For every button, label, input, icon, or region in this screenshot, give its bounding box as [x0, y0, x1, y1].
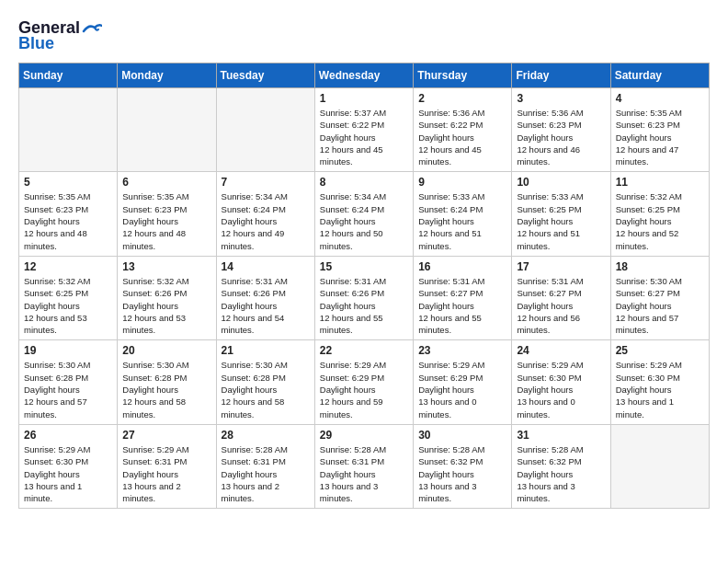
day-info: Sunrise: 5:37 AMSunset: 6:22 PMDaylight … [320, 107, 408, 167]
calendar-day-cell: 27Sunrise: 5:29 AMSunset: 6:31 PMDayligh… [118, 424, 216, 508]
day-info: Sunrise: 5:35 AMSunset: 6:23 PMDaylight … [24, 190, 112, 251]
calendar-day-cell: 28Sunrise: 5:28 AMSunset: 6:31 PMDayligh… [216, 424, 314, 508]
weekday-header-thursday: Thursday [414, 63, 512, 88]
day-info: Sunrise: 5:32 AMSunset: 6:26 PMDaylight … [122, 275, 210, 336]
calendar-day-cell: 29Sunrise: 5:28 AMSunset: 6:31 PMDayligh… [314, 424, 413, 508]
calendar-day-cell: 8Sunrise: 5:34 AMSunset: 6:24 PMDaylight… [314, 172, 413, 256]
day-info: Sunrise: 5:28 AMSunset: 6:32 PMDaylight … [517, 443, 605, 504]
day-number: 16 [418, 260, 506, 273]
day-number: 22 [320, 344, 408, 357]
calendar-day-cell: 31Sunrise: 5:28 AMSunset: 6:32 PMDayligh… [512, 424, 610, 508]
calendar-day-cell: 24Sunrise: 5:29 AMSunset: 6:30 PMDayligh… [512, 340, 610, 424]
day-number: 14 [222, 260, 310, 273]
day-info: Sunrise: 5:31 AMSunset: 6:27 PMDaylight … [418, 275, 506, 336]
calendar-day-cell: 2Sunrise: 5:36 AMSunset: 6:22 PMDaylight… [414, 88, 512, 172]
calendar-day-cell: 20Sunrise: 5:30 AMSunset: 6:28 PMDayligh… [118, 340, 216, 424]
page-header: General Blue [18, 18, 710, 53]
day-number: 23 [418, 344, 506, 357]
calendar-week-row: 12Sunrise: 5:32 AMSunset: 6:25 PMDayligh… [19, 256, 710, 339]
day-number: 6 [122, 176, 210, 189]
day-info: Sunrise: 5:32 AMSunset: 6:25 PMDaylight … [616, 190, 704, 251]
calendar-day-cell: 1Sunrise: 5:37 AMSunset: 6:22 PMDaylight… [314, 88, 413, 172]
calendar-day-cell: 22Sunrise: 5:29 AMSunset: 6:29 PMDayligh… [314, 340, 413, 424]
calendar-day-cell: 21Sunrise: 5:30 AMSunset: 6:28 PMDayligh… [216, 340, 314, 424]
day-info: Sunrise: 5:30 AMSunset: 6:28 PMDaylight … [24, 359, 112, 419]
calendar-day-cell: 5Sunrise: 5:35 AMSunset: 6:23 PMDaylight… [19, 172, 118, 256]
weekday-header-sunday: Sunday [19, 63, 118, 88]
day-number: 21 [222, 344, 310, 357]
calendar-day-cell: 3Sunrise: 5:36 AMSunset: 6:23 PMDaylight… [512, 88, 610, 172]
day-number: 27 [122, 429, 210, 442]
day-number: 5 [24, 176, 112, 189]
weekday-header-monday: Monday [118, 63, 216, 88]
day-number: 20 [122, 344, 210, 357]
day-info: Sunrise: 5:35 AMSunset: 6:23 PMDaylight … [122, 190, 210, 251]
day-info: Sunrise: 5:33 AMSunset: 6:25 PMDaylight … [517, 190, 605, 251]
day-number: 18 [616, 260, 704, 273]
day-info: Sunrise: 5:31 AMSunset: 6:26 PMDaylight … [222, 275, 310, 336]
logo-blue-text: Blue [18, 34, 54, 53]
day-info: Sunrise: 5:29 AMSunset: 6:30 PMDaylight … [616, 359, 704, 419]
day-number: 26 [24, 429, 112, 442]
calendar-day-cell: 12Sunrise: 5:32 AMSunset: 6:25 PMDayligh… [19, 256, 118, 339]
calendar-week-row: 26Sunrise: 5:29 AMSunset: 6:30 PMDayligh… [19, 424, 710, 508]
day-number: 17 [517, 260, 605, 273]
day-number: 19 [24, 344, 112, 357]
day-info: Sunrise: 5:31 AMSunset: 6:26 PMDaylight … [320, 275, 408, 336]
day-info: Sunrise: 5:31 AMSunset: 6:27 PMDaylight … [517, 275, 605, 336]
day-number: 13 [122, 260, 210, 273]
calendar-week-row: 1Sunrise: 5:37 AMSunset: 6:22 PMDaylight… [19, 88, 710, 172]
calendar-day-cell: 10Sunrise: 5:33 AMSunset: 6:25 PMDayligh… [512, 172, 610, 256]
calendar-week-row: 5Sunrise: 5:35 AMSunset: 6:23 PMDaylight… [19, 172, 710, 256]
calendar-day-cell: 19Sunrise: 5:30 AMSunset: 6:28 PMDayligh… [19, 340, 118, 424]
day-number: 30 [418, 429, 506, 442]
day-info: Sunrise: 5:33 AMSunset: 6:24 PMDaylight … [418, 190, 506, 251]
logo-bird-icon [82, 22, 102, 35]
day-info: Sunrise: 5:36 AMSunset: 6:22 PMDaylight … [418, 107, 506, 167]
day-number: 8 [320, 176, 408, 189]
day-number: 4 [616, 92, 704, 105]
day-number: 28 [222, 429, 310, 442]
day-number: 7 [222, 176, 310, 189]
calendar-day-cell: 9Sunrise: 5:33 AMSunset: 6:24 PMDaylight… [414, 172, 512, 256]
day-info: Sunrise: 5:28 AMSunset: 6:31 PMDaylight … [222, 443, 310, 504]
weekday-header-tuesday: Tuesday [216, 63, 314, 88]
day-info: Sunrise: 5:28 AMSunset: 6:32 PMDaylight … [418, 443, 506, 504]
calendar-day-cell: 7Sunrise: 5:34 AMSunset: 6:24 PMDaylight… [216, 172, 314, 256]
day-info: Sunrise: 5:36 AMSunset: 6:23 PMDaylight … [517, 107, 605, 167]
calendar-day-cell [118, 88, 216, 172]
day-number: 11 [616, 176, 704, 189]
calendar-day-cell [216, 88, 314, 172]
calendar-day-cell: 23Sunrise: 5:29 AMSunset: 6:29 PMDayligh… [414, 340, 512, 424]
day-info: Sunrise: 5:29 AMSunset: 6:30 PMDaylight … [24, 443, 112, 504]
day-number: 25 [616, 344, 704, 357]
calendar-day-cell: 14Sunrise: 5:31 AMSunset: 6:26 PMDayligh… [216, 256, 314, 339]
day-number: 12 [24, 260, 112, 273]
day-info: Sunrise: 5:28 AMSunset: 6:31 PMDaylight … [320, 443, 408, 504]
calendar-day-cell: 6Sunrise: 5:35 AMSunset: 6:23 PMDaylight… [118, 172, 216, 256]
day-info: Sunrise: 5:29 AMSunset: 6:30 PMDaylight … [517, 359, 605, 419]
day-info: Sunrise: 5:32 AMSunset: 6:25 PMDaylight … [24, 275, 112, 336]
day-number: 31 [517, 429, 605, 442]
day-info: Sunrise: 5:34 AMSunset: 6:24 PMDaylight … [320, 190, 408, 251]
logo: General Blue [18, 18, 102, 53]
calendar-day-cell: 13Sunrise: 5:32 AMSunset: 6:26 PMDayligh… [118, 256, 216, 339]
calendar-day-cell: 25Sunrise: 5:29 AMSunset: 6:30 PMDayligh… [610, 340, 709, 424]
calendar-day-cell [610, 424, 709, 508]
weekday-header-row: SundayMondayTuesdayWednesdayThursdayFrid… [19, 63, 710, 88]
day-info: Sunrise: 5:30 AMSunset: 6:28 PMDaylight … [122, 359, 210, 419]
day-info: Sunrise: 5:35 AMSunset: 6:23 PMDaylight … [616, 107, 704, 167]
day-number: 29 [320, 429, 408, 442]
day-number: 10 [517, 176, 605, 189]
calendar-day-cell: 11Sunrise: 5:32 AMSunset: 6:25 PMDayligh… [610, 172, 709, 256]
calendar-day-cell: 15Sunrise: 5:31 AMSunset: 6:26 PMDayligh… [314, 256, 413, 339]
day-info: Sunrise: 5:29 AMSunset: 6:29 PMDaylight … [320, 359, 408, 419]
day-info: Sunrise: 5:29 AMSunset: 6:29 PMDaylight … [418, 359, 506, 419]
calendar-day-cell: 16Sunrise: 5:31 AMSunset: 6:27 PMDayligh… [414, 256, 512, 339]
weekday-header-wednesday: Wednesday [314, 63, 413, 88]
calendar-day-cell: 30Sunrise: 5:28 AMSunset: 6:32 PMDayligh… [414, 424, 512, 508]
day-info: Sunrise: 5:30 AMSunset: 6:28 PMDaylight … [222, 359, 310, 419]
calendar-week-row: 19Sunrise: 5:30 AMSunset: 6:28 PMDayligh… [19, 340, 710, 424]
day-number: 1 [320, 92, 408, 105]
day-number: 2 [418, 92, 506, 105]
